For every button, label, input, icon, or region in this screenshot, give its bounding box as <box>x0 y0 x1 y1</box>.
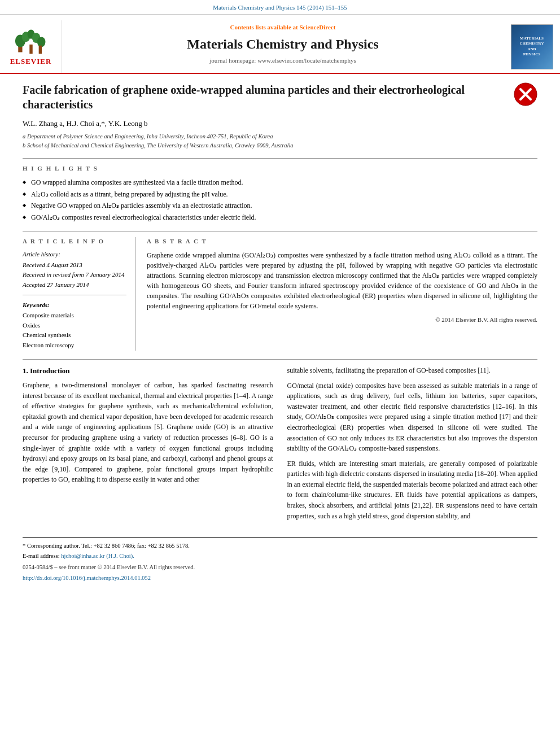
article-info-label: A R T I C L E I N F O <box>23 237 126 246</box>
science-direct-link: Contents lists available at ScienceDirec… <box>73 23 492 32</box>
body-section: 1. Introduction Graphene, a two-dimensio… <box>23 365 537 526</box>
introduction-heading: 1. Introduction <box>23 365 273 377</box>
affiliation-b: b School of Mechanical and Chemical Engi… <box>23 141 537 150</box>
footer-section: * Corresponding author. Tel.: +82 32 860… <box>23 537 537 583</box>
intro-col2-para1: suitable solvents, facilitating the prep… <box>287 365 538 376</box>
highlight-item-2: Al₂O₃ colloid acts as a titrant, being p… <box>23 190 537 199</box>
journal-bar-text: Materials Chemistry and Physics 145 (201… <box>213 4 347 11</box>
highlight-item-1: GO wrapped alumina composites are synthe… <box>23 178 537 187</box>
article-history: Article history: Received 4 August 2013 … <box>23 250 126 289</box>
svg-rect-6 <box>29 45 32 54</box>
body-columns: 1. Introduction Graphene, a two-dimensio… <box>23 365 537 526</box>
abstract-text: Graphene oxide wrapped alumina (GO/Al₂O₃… <box>147 250 537 311</box>
elsevier-brand-text: ELSEVIER <box>10 56 52 67</box>
body-col-left: 1. Introduction Graphene, a two-dimensio… <box>23 365 273 526</box>
highlights-list: GO wrapped alumina composites are synthe… <box>23 178 537 222</box>
journal-title-header: Materials Chemistry and Physics <box>73 35 492 54</box>
intro-col2-para3: ER fluids, which are interesting smart m… <box>287 458 538 522</box>
intro-col2-para2: GO/metal (metal oxide) composites have b… <box>287 381 538 454</box>
svg-rect-7 <box>38 46 41 54</box>
header-center: Contents lists available at ScienceDirec… <box>62 20 504 72</box>
footnote-star: * Corresponding author. Tel.: +82 32 860… <box>23 542 537 551</box>
highlight-item-4: GO/Al₂O₃ composites reveal electrorheolo… <box>23 213 537 222</box>
info-abstract-columns: A R T I C L E I N F O Article history: R… <box>23 237 537 351</box>
header-left: ELSEVIER <box>0 20 62 72</box>
divider-1 <box>23 158 537 159</box>
received-revised-date: Received in revised form 7 January 2014 <box>23 270 126 279</box>
issn-line: 0254-0584/$ – see front matter © 2014 El… <box>23 563 537 572</box>
divider-keywords <box>23 295 126 295</box>
doi-link: http://dx.doi.org/10.1016/j.matchemphys.… <box>23 574 537 583</box>
authors: W.L. Zhang a, H.J. Choi a,*, Y.K. Leong … <box>23 119 537 129</box>
highlight-item-3: Negative GO wrapped on Al₂O₃ particles a… <box>23 201 537 211</box>
article-title: Facile fabrication of graphene oxide-wra… <box>23 82 505 112</box>
keyword-4: Electron microscopy <box>23 341 126 350</box>
journal-cover-text: MATERIALS CHEMISTRY AND PHYSICS <box>520 36 544 56</box>
abstract-column: A B S T R A C T Graphene oxide wrapped a… <box>147 237 537 351</box>
crossmark-icon <box>514 82 537 106</box>
keyword-3: Chemical synthesis <box>23 331 126 339</box>
keyword-1: Composite materials <box>23 311 126 320</box>
elsevier-tree-icon <box>14 27 48 55</box>
accepted-date: Accepted 27 January 2014 <box>23 281 126 289</box>
divider-2 <box>23 231 537 231</box>
authors-text: W.L. Zhang a, H.J. Choi a,*, Y.K. Leong … <box>23 119 148 128</box>
email-label: E-mail address: <box>23 553 60 559</box>
keyword-2: Oxides <box>23 321 126 330</box>
journal-homepage: journal homepage: www.elsevier.com/locat… <box>73 56 492 65</box>
abstract-copyright: © 2014 Elsevier B.V. All rights reserved… <box>147 316 537 324</box>
abstract-label: A B S T R A C T <box>147 237 537 246</box>
journal-cover: MATERIALS CHEMISTRY AND PHYSICS <box>511 24 553 69</box>
intro-para-1: Graphene, a two-dimensional monolayer of… <box>23 380 273 485</box>
received-date: Received 4 August 2013 <box>23 261 126 269</box>
divider-3 <box>23 359 537 360</box>
svg-point-5 <box>37 37 45 47</box>
science-direct-name: ScienceDirect <box>299 24 335 30</box>
main-content: Facile fabrication of graphene oxide-wra… <box>0 74 560 594</box>
email-value: hjchoi@inha.ac.kr (H.J. Choi). <box>61 553 134 559</box>
keywords-label: Keywords: <box>23 301 126 309</box>
article-title-section: Facile fabrication of graphene oxide-wra… <box>23 82 537 112</box>
history-title: Article history: <box>23 250 126 259</box>
body-col-right: suitable solvents, facilitating the prep… <box>287 365 538 526</box>
affiliations: a Department of Polymer Science and Engi… <box>23 132 537 150</box>
highlights-label: H I G H L I G H T S <box>23 164 537 173</box>
header-right: MATERIALS CHEMISTRY AND PHYSICS <box>504 20 560 72</box>
highlights-section: H I G H L I G H T S GO wrapped alumina c… <box>23 164 537 222</box>
article-info-column: A R T I C L E I N F O Article history: R… <box>23 237 135 351</box>
footnote-email: E-mail address: hjchoi@inha.ac.kr (H.J. … <box>23 552 537 561</box>
journal-bar: Materials Chemistry and Physics 145 (201… <box>0 0 560 15</box>
header-area: ELSEVIER Contents lists available at Sci… <box>0 15 560 73</box>
elsevier-logo: ELSEVIER <box>10 27 52 67</box>
affiliation-a: a Department of Polymer Science and Engi… <box>23 132 537 141</box>
doi-url: http://dx.doi.org/10.1016/j.matchemphys.… <box>23 575 151 581</box>
science-direct-prefix: Contents lists available at <box>230 24 298 30</box>
